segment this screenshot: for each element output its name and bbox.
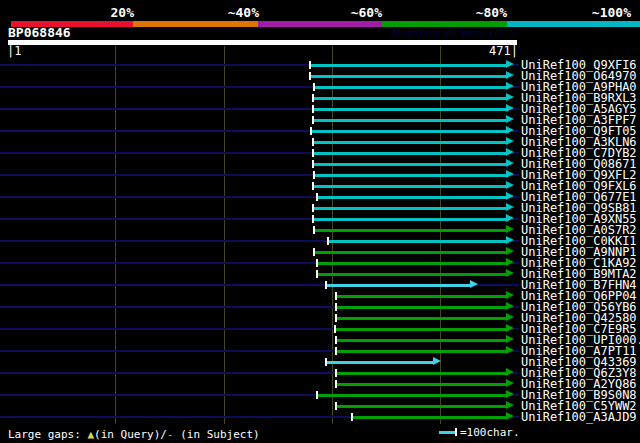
alignment-arrow-icon <box>506 269 514 277</box>
identity-scale-label: 20% <box>111 5 134 20</box>
alignment-bar[interactable] <box>314 185 506 188</box>
alignment-arrow-icon <box>506 82 514 90</box>
alignment-arrow-icon <box>506 379 514 387</box>
alignment-arrow-icon <box>506 148 514 156</box>
alignment-arrow-icon <box>506 192 514 200</box>
alignment-bar[interactable] <box>337 350 507 353</box>
legend-bar-end-tick <box>455 428 457 436</box>
alignment-arrow-icon <box>506 412 514 420</box>
alignment-arrow-icon <box>506 247 514 255</box>
alignment-arrow-icon <box>506 159 514 167</box>
query-bar <box>8 40 517 45</box>
alignment-bar[interactable] <box>314 152 506 155</box>
gridline <box>332 46 333 424</box>
alignment-bar[interactable] <box>337 317 507 320</box>
alignment-arrow-icon <box>506 104 514 112</box>
alignment-bar[interactable] <box>337 405 507 408</box>
alignment-bar[interactable] <box>315 86 506 89</box>
subject-gap-icon: - <box>167 428 174 441</box>
alignment-arrow-icon <box>506 291 514 299</box>
identity-scale-label: ~80% <box>476 5 507 20</box>
alignment-bar[interactable] <box>315 174 506 177</box>
alignment-bar[interactable] <box>337 372 507 375</box>
alignment-arrow-icon <box>506 236 514 244</box>
legend-bar <box>439 431 455 434</box>
alignment-bar[interactable] <box>314 108 506 111</box>
alignment-arrow-icon <box>506 181 514 189</box>
alignment-arrow-icon <box>506 346 514 354</box>
alignment-bar[interactable] <box>327 361 434 364</box>
alignment-bar[interactable] <box>314 141 506 144</box>
alignment-bar[interactable] <box>337 306 507 309</box>
identity-scale-segment <box>133 21 258 27</box>
alignment-bar[interactable] <box>314 97 506 100</box>
gaps-note: Large gaps: ▲(in Query)/- (in Subject) <box>8 429 260 441</box>
alignment-bar[interactable] <box>337 295 507 298</box>
alignment-bar[interactable] <box>314 218 506 221</box>
alignment-bar[interactable] <box>329 240 506 243</box>
alignment-arrow-icon <box>506 71 514 79</box>
watermark: AlignView.pm Beta rel.7 <box>391 28 516 38</box>
legend-label: =100char. <box>460 427 520 439</box>
alignment-bar[interactable] <box>353 416 506 419</box>
alignment-bar[interactable] <box>311 64 507 67</box>
alignment-arrow-icon <box>506 137 514 145</box>
query-id: BP068846 <box>8 25 71 40</box>
alignment-arrow-icon <box>506 368 514 376</box>
gridline <box>440 46 441 424</box>
alignment-row-label[interactable]: UniRef100_A3AJD9 <box>521 411 637 423</box>
alignment-arrow-icon <box>506 324 514 332</box>
alignment-arrow-icon <box>506 401 514 409</box>
alignment-bar[interactable] <box>315 251 506 254</box>
alignment-bar[interactable] <box>314 163 506 166</box>
alignment-arrow-icon <box>506 126 514 134</box>
alignment-arrow-icon <box>506 60 514 68</box>
alignment-bar[interactable] <box>337 383 507 386</box>
alignment-arrow-icon <box>506 313 514 321</box>
ruler-end-label: 471| <box>489 45 518 57</box>
alignment-arrow-icon <box>506 335 514 343</box>
alignment-arrow-icon <box>470 280 478 288</box>
alignment-bar[interactable] <box>318 394 507 397</box>
alignment-arrow-icon <box>506 225 514 233</box>
alignment-arrow-icon <box>506 203 514 211</box>
identity-scale-label: ~100% <box>592 5 631 20</box>
alignment-arrow-icon <box>506 302 514 310</box>
identity-scale-label: ~60% <box>351 5 382 20</box>
alignment-bar[interactable] <box>314 207 506 210</box>
alignment-arrow-icon <box>506 258 514 266</box>
gaps-note-prefix: Large gaps: <box>8 428 87 441</box>
alignment-arrow-icon <box>506 115 514 123</box>
ruler-start-label: |1 <box>7 45 21 57</box>
alignment-arrow-icon <box>506 93 514 101</box>
alignment-arrow-icon <box>506 170 514 178</box>
alignment-bar[interactable] <box>318 196 507 199</box>
identity-scale-segment <box>258 21 382 27</box>
alignment-bar[interactable] <box>337 339 507 342</box>
gridline <box>115 46 116 424</box>
alignment-bar[interactable] <box>311 75 507 78</box>
alignment-arrow-icon <box>506 214 514 222</box>
gridline <box>224 46 225 424</box>
alignment-bar[interactable] <box>318 273 507 276</box>
alignment-arrow-icon <box>433 357 441 365</box>
alignment-bar[interactable] <box>327 284 471 287</box>
alignment-bar[interactable] <box>312 130 507 133</box>
gaps-note-subject-text: (in Subject) <box>174 428 260 441</box>
alignment-arrow-icon <box>506 390 514 398</box>
alignment-bar[interactable] <box>315 229 506 232</box>
identity-scale-segment <box>507 21 640 27</box>
identity-scale-label: ~40% <box>228 5 259 20</box>
identity-scale-segment <box>382 21 507 27</box>
alignment-viewer: 20%~40%~60%~80%~100% BP068846 AlignView.… <box>0 0 640 443</box>
alignment-bar[interactable] <box>318 262 507 265</box>
gaps-note-query-text: (in Query)/ <box>94 428 167 441</box>
alignment-bar[interactable] <box>314 119 506 122</box>
alignment-bar[interactable] <box>336 328 507 331</box>
